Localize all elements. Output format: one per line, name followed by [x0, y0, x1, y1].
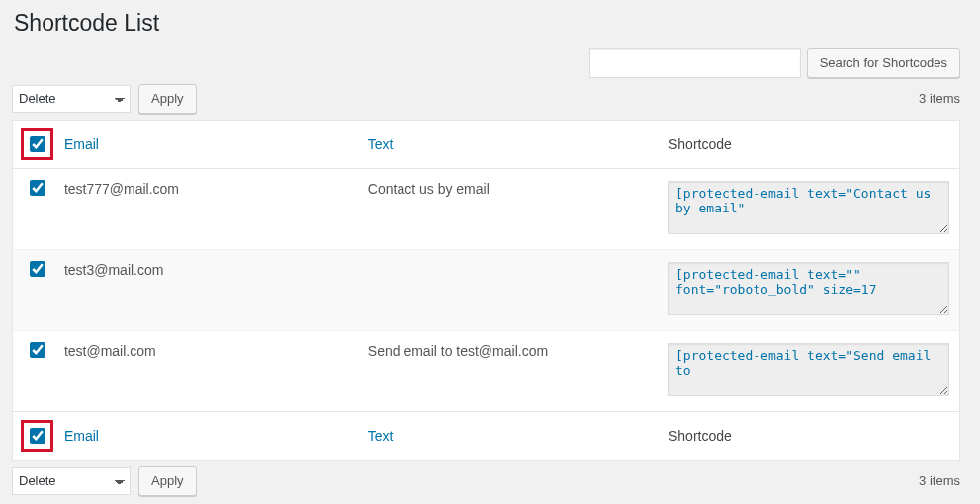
row-checkbox[interactable]	[30, 342, 45, 358]
col-text-header[interactable]: Text	[358, 120, 659, 168]
search-button[interactable]: Search for Shortcodes	[807, 48, 960, 78]
bulk-action-select-top[interactable]: Delete	[12, 85, 131, 113]
col-check-header	[13, 120, 54, 168]
row-email: test777@mail.com	[54, 168, 358, 249]
highlight-select-all-bottom	[21, 420, 53, 452]
bulk-action-select-bottom[interactable]: Delete	[12, 467, 131, 495]
row-text	[358, 249, 659, 330]
table-row: test3@mail.com	[13, 249, 960, 330]
col-check-footer	[13, 411, 54, 460]
row-shortcode[interactable]	[668, 181, 949, 234]
row-shortcode[interactable]	[668, 262, 949, 315]
tablenav-top: Delete Apply 3 items	[12, 84, 960, 114]
row-checkbox[interactable]	[30, 261, 45, 277]
col-email-header[interactable]: Email	[54, 120, 358, 168]
items-count-top: 3 items	[919, 91, 960, 106]
table-row: test777@mail.com Contact us by email	[13, 168, 960, 249]
search-input[interactable]	[589, 48, 801, 78]
row-text: Send email to test@mail.com	[358, 330, 659, 411]
row-text: Contact us by email	[358, 168, 659, 249]
bulk-actions-top: Delete Apply	[12, 84, 197, 114]
row-email: test3@mail.com	[54, 249, 358, 330]
highlight-select-all-top	[21, 128, 53, 160]
items-count-bottom: 3 items	[919, 473, 960, 488]
bulk-actions-bottom: Delete Apply	[12, 466, 197, 496]
col-shortcode-footer: Shortcode	[659, 411, 960, 460]
search-bar: Search for Shortcodes	[12, 48, 960, 78]
col-text-footer[interactable]: Text	[358, 411, 659, 460]
apply-button-bottom[interactable]: Apply	[138, 466, 197, 496]
table-row: test@mail.com Send email to test@mail.co…	[13, 330, 960, 411]
col-email-footer[interactable]: Email	[54, 411, 358, 460]
row-checkbox[interactable]	[30, 180, 45, 196]
tablenav-bottom: Delete Apply 3 items	[12, 466, 960, 496]
select-all-checkbox-top[interactable]	[30, 136, 45, 152]
page-title: Shortcode List	[12, 0, 960, 42]
col-shortcode-header: Shortcode	[659, 120, 960, 168]
shortcode-table: Email Text Shortcode test777@mail.com Co…	[12, 120, 960, 461]
apply-button-top[interactable]: Apply	[138, 84, 197, 114]
select-all-checkbox-bottom[interactable]	[30, 428, 45, 444]
row-email: test@mail.com	[54, 330, 358, 411]
row-shortcode[interactable]	[668, 343, 949, 396]
